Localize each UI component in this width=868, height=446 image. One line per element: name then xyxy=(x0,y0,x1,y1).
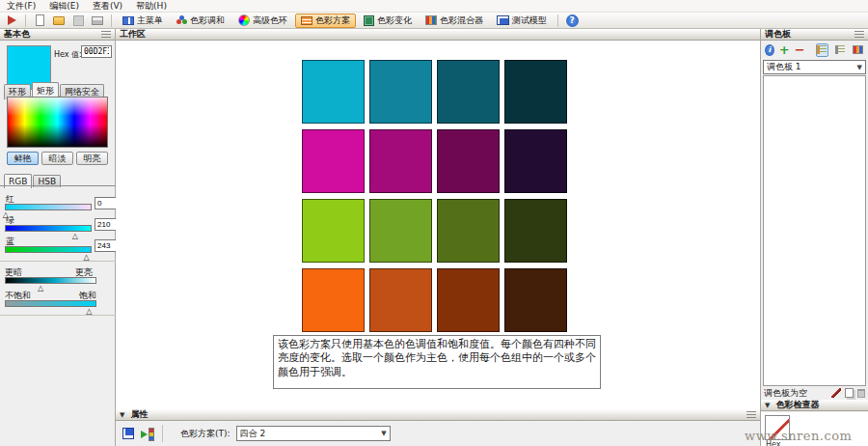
palette-select[interactable]: 调色板 1 ▼ xyxy=(763,60,866,74)
green-value-input[interactable] xyxy=(95,218,117,231)
test-model-button[interactable]: 测试模型 xyxy=(491,14,553,28)
advanced-wheel-button[interactable]: 高级色环 xyxy=(232,14,293,28)
menu-help[interactable]: 帮助(H) xyxy=(129,0,174,13)
vivid-label: 鲜艳 xyxy=(14,153,32,165)
scheme-color-swatch[interactable] xyxy=(504,268,567,332)
color-scheme-label: 色彩方案 xyxy=(315,14,350,27)
print-button[interactable] xyxy=(89,14,106,28)
green-track[interactable] xyxy=(5,225,92,232)
toolbar-separator xyxy=(111,14,112,27)
red-value-input[interactable] xyxy=(95,197,117,209)
saturation-slider[interactable]: △ xyxy=(5,300,96,307)
panel-menu-icon[interactable] xyxy=(746,411,756,418)
color-mixer-button[interactable]: 色彩混合器 xyxy=(420,14,489,28)
inspector-header[interactable]: ▼ 色彩检查器 xyxy=(761,400,868,411)
brightness-slider[interactable]: △ xyxy=(5,277,96,284)
help-button[interactable]: ? xyxy=(563,14,581,28)
view-detail-button[interactable] xyxy=(816,43,828,57)
color-variation-button[interactable]: 色彩变化 xyxy=(358,14,418,28)
saturation-track[interactable] xyxy=(5,300,96,307)
properties-row: 色彩方案(T): 四合 2 ▼ xyxy=(116,421,760,446)
scheme-color-swatch[interactable] xyxy=(369,129,432,193)
import-button[interactable] xyxy=(3,14,20,28)
color-wheel-icon xyxy=(238,14,250,26)
divider xyxy=(0,261,116,262)
harmony-dots-icon xyxy=(176,15,187,25)
new-file-button[interactable] xyxy=(31,14,48,28)
toolbar-separator xyxy=(557,14,558,27)
dropdown-arrow-icon: ▼ xyxy=(857,64,862,71)
scheme-color-swatch[interactable] xyxy=(369,199,432,263)
scheme-description: 该色彩方案只使用基本色的色调值和饱和度值。每个颜色有四种不同亮度的变化。选取一个… xyxy=(273,335,601,389)
view-grid-button[interactable] xyxy=(852,43,864,57)
add-palette-icon[interactable]: + xyxy=(779,44,790,56)
dull-button[interactable]: 暗淡 xyxy=(41,152,73,165)
scheme-color-swatch[interactable] xyxy=(302,199,365,263)
scheme-color-swatch[interactable] xyxy=(302,60,365,124)
blue-track[interactable] xyxy=(5,246,92,253)
save-button-disabled[interactable] xyxy=(69,14,87,28)
palette-empty-text: 调色板为空 xyxy=(764,387,827,400)
export-icon[interactable] xyxy=(141,428,154,439)
red-track[interactable] xyxy=(5,204,92,210)
blue-slider[interactable]: △ xyxy=(5,246,92,253)
color-harmony-button[interactable]: 色彩调和 xyxy=(171,14,231,28)
scheme-color-swatch[interactable] xyxy=(302,268,365,332)
bright-button[interactable]: 明亮 xyxy=(76,152,108,165)
panel-menu-icon[interactable] xyxy=(101,31,111,38)
vivid-button-active[interactable]: 鲜艳 xyxy=(7,152,39,165)
green-slider[interactable]: △ xyxy=(5,225,92,232)
color-spectrum[interactable] xyxy=(7,97,108,148)
hex-label: Hex 值: xyxy=(54,49,82,60)
blue-value-input[interactable] xyxy=(95,239,117,252)
color-variation-label: 色彩变化 xyxy=(377,14,412,27)
copy-icon[interactable] xyxy=(845,388,854,398)
workspace-header: 工作区 xyxy=(116,29,760,41)
menu-view[interactable]: 查看(V) xyxy=(86,0,129,13)
brightness-slider-thumb[interactable]: △ xyxy=(38,285,43,293)
menu-edit[interactable]: 编辑(E) xyxy=(42,0,86,13)
green-slider-thumb[interactable]: △ xyxy=(72,233,78,240)
scheme-color-swatch[interactable] xyxy=(369,268,432,332)
scheme-color-swatch[interactable] xyxy=(437,268,500,332)
trash-icon[interactable] xyxy=(857,389,865,398)
menu-file[interactable]: 文件(F) xyxy=(0,0,42,13)
detail-view-icon xyxy=(817,45,827,54)
main-toolbar: 主菜单 色彩调和 高级色环 色彩方案 色彩变化 色彩混合器 测试模型 ? xyxy=(0,13,868,29)
scheme-color-swatch[interactable] xyxy=(437,129,500,193)
palette-status-row: 调色板为空 xyxy=(761,386,868,400)
scheme-color-swatch[interactable] xyxy=(437,60,500,124)
bright-label: 明亮 xyxy=(84,153,101,165)
scheme-color-swatch[interactable] xyxy=(369,60,432,124)
pick-color-icon[interactable] xyxy=(831,388,841,398)
base-color-header: 基本色 xyxy=(0,29,115,41)
print-icon xyxy=(92,16,103,25)
panel-menu-icon[interactable] xyxy=(854,31,864,38)
hex-input[interactable] xyxy=(81,45,112,58)
open-button[interactable] xyxy=(50,14,68,28)
main-menu-button[interactable]: 主菜单 xyxy=(117,14,169,28)
color-scheme-button[interactable]: 色彩方案 xyxy=(295,14,356,28)
scheme-color-swatch[interactable] xyxy=(504,129,567,193)
variation-icon xyxy=(364,15,374,26)
collapse-caret-icon: ▼ xyxy=(765,402,770,409)
brightness-track[interactable] xyxy=(5,277,96,284)
workspace-panel: 工作区 该色彩方案只使用基本色的色调值和饱和度值。每个颜色有四种不同亮度的变化。… xyxy=(116,29,760,446)
dull-label: 暗淡 xyxy=(49,153,67,165)
scheme-color-swatch[interactable] xyxy=(437,199,500,263)
red-slider[interactable]: △ xyxy=(5,204,92,210)
scheme-type-dropdown[interactable]: 四合 2 ▼ xyxy=(236,426,391,441)
palette-list[interactable] xyxy=(763,75,866,386)
remove-palette-icon[interactable]: − xyxy=(795,45,805,55)
scheme-color-swatch[interactable] xyxy=(504,199,567,263)
view-list-button[interactable] xyxy=(833,43,846,57)
mixer-icon xyxy=(425,15,437,25)
palette-toolbar: i + − xyxy=(761,41,868,59)
save-scheme-icon[interactable] xyxy=(122,428,134,439)
scheme-color-swatch[interactable] xyxy=(302,129,365,193)
scheme-color-swatch[interactable] xyxy=(504,60,567,124)
toolbar-separator xyxy=(25,14,26,27)
test-model-icon xyxy=(497,15,509,25)
properties-header[interactable]: ▼ 属性 xyxy=(116,409,760,421)
info-icon[interactable]: i xyxy=(765,44,774,56)
